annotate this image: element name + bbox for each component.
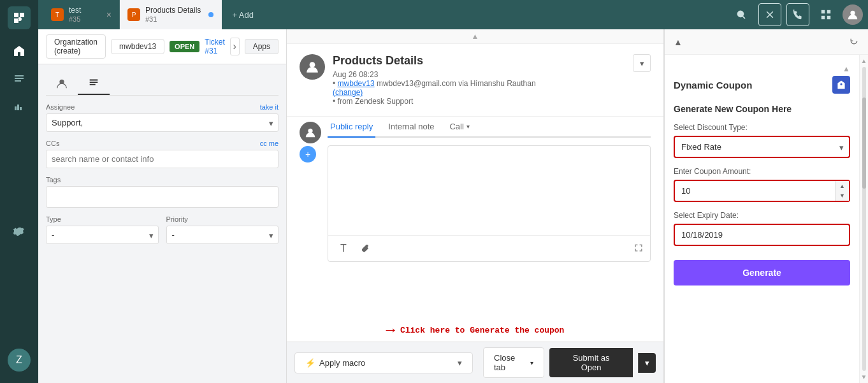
scroll-up-button[interactable]: ▲ xyxy=(861,57,867,64)
reply-editor-body[interactable] xyxy=(328,146,650,235)
scroll-track xyxy=(862,67,866,371)
ticket-from-user[interactable]: mwbdev13 xyxy=(338,79,375,88)
apps-button[interactable]: Apps xyxy=(245,39,278,54)
add-reply-button[interactable]: + xyxy=(300,146,316,163)
panel-tab-user[interactable] xyxy=(46,72,78,95)
coupon-header: Dynamic Coupon xyxy=(674,76,850,94)
tags-input[interactable] xyxy=(46,186,278,208)
right-panel-content: ▲ Dynamic Coupon Generate New Coupon Her… xyxy=(665,55,868,383)
spinner-down-button[interactable]: ▼ xyxy=(835,191,849,201)
tab-test-close[interactable]: × xyxy=(106,10,112,20)
coupon-amount-input[interactable] xyxy=(674,180,850,202)
sidebar-item-settings[interactable] xyxy=(8,222,31,245)
coupon-title: Dynamic Coupon xyxy=(674,80,752,90)
discount-type-select[interactable]: Fixed Rate Percentage xyxy=(674,136,850,158)
spinner-up-button[interactable]: ▲ xyxy=(835,181,849,191)
type-label: Type xyxy=(46,215,159,223)
reply-editor-container: Public reply Internal note Call ▾ T xyxy=(328,117,651,262)
left-sidebar: Z xyxy=(0,0,38,383)
sidebar-item-tickets[interactable] xyxy=(8,68,31,90)
grid-icon[interactable] xyxy=(814,3,837,26)
breadcrumb-org[interactable]: Organization (create) xyxy=(46,34,106,59)
reply-tab-public[interactable]: Public reply xyxy=(328,117,375,138)
tab-products-details[interactable]: P Products Details #31 xyxy=(120,0,222,29)
tab-test-icon: T xyxy=(51,8,64,21)
discount-type-field: Select Discount Type: Fixed Rate Percent… xyxy=(674,123,850,158)
tab-test-subtitle: #35 xyxy=(69,15,81,24)
callout-area: → Click here to Generate the coupon xyxy=(287,309,663,342)
panel-refresh-icon[interactable] xyxy=(849,36,859,48)
zendesk-logo[interactable]: Z xyxy=(8,349,31,372)
take-it-link[interactable]: take it xyxy=(260,103,278,111)
submit-dropdown-button[interactable]: ▾ xyxy=(638,353,656,373)
panel-tab-ticket[interactable] xyxy=(78,72,110,95)
panel-collapse-icon[interactable]: ▲ xyxy=(674,37,683,47)
expand-editor-icon[interactable] xyxy=(633,243,644,255)
phone-icon[interactable] xyxy=(786,3,809,26)
scroll-down-button[interactable]: ▼ xyxy=(861,373,867,380)
reply-tab-call[interactable]: Call ▾ xyxy=(447,117,472,138)
ticket-content: ▲ Products Details Aug 26 08:23 • mwbdev… xyxy=(287,29,664,383)
close-tab-button[interactable]: Close tab ▾ xyxy=(483,347,544,378)
text-format-icon[interactable]: T xyxy=(335,240,352,257)
svg-point-5 xyxy=(850,11,855,15)
right-panel: ▲ ▲ Dynamic Coupon xyxy=(664,29,868,383)
user-avatar[interactable] xyxy=(843,4,863,25)
type-field-group: Type - xyxy=(46,215,159,244)
right-scrollbar[interactable]: ▲ ▼ xyxy=(859,55,868,383)
left-panel: Organization (create) mwbdev13 OPEN Tick… xyxy=(38,29,287,383)
message-header: Products Details Aug 26 08:23 • mwbdev13… xyxy=(300,54,651,106)
tab-products-icon: P xyxy=(127,8,140,21)
tags-label: Tags xyxy=(46,176,278,184)
expiry-date-field: Select Expiry Date: xyxy=(674,211,850,246)
breadcrumb-ticket[interactable]: Ticket #31 xyxy=(205,38,225,55)
svg-point-7 xyxy=(310,62,315,68)
assignee-select[interactable]: Support, xyxy=(46,113,278,132)
breadcrumb: Organization (create) mwbdev13 OPEN Tick… xyxy=(38,29,286,64)
ccs-input[interactable] xyxy=(46,150,278,168)
add-tab-button[interactable]: + Add xyxy=(222,10,264,20)
right-panel-body: ▲ Dynamic Coupon Generate New Coupon Her… xyxy=(665,55,859,383)
message-expand-button[interactable]: ▾ xyxy=(633,54,651,72)
svg-rect-3 xyxy=(821,16,825,19)
sidebar-item-reports[interactable] xyxy=(8,96,31,119)
sidebar-item-home[interactable] xyxy=(8,40,31,62)
ticket-title: Products Details xyxy=(333,54,625,68)
cc-me-link[interactable]: cc me xyxy=(260,140,278,147)
logo[interactable] xyxy=(8,6,31,29)
arrow-right-icon: → xyxy=(386,322,395,339)
right-scroll-top: ▲ xyxy=(674,64,850,73)
svg-point-8 xyxy=(308,129,312,133)
panel-tabs xyxy=(46,72,278,96)
expiry-date-input[interactable] xyxy=(674,224,850,246)
search-icon[interactable] xyxy=(730,3,753,26)
assignee-label: Assignee take it xyxy=(46,103,278,111)
right-panel-header: ▲ xyxy=(665,29,868,55)
tags-field-group: Tags xyxy=(46,176,278,208)
generate-button[interactable]: Generate xyxy=(674,260,850,285)
scroll-thumb[interactable] xyxy=(862,98,866,189)
tab-products-label: Products Details xyxy=(145,6,201,15)
number-spinners: ▲ ▼ xyxy=(835,181,849,201)
ticket-change-link[interactable]: (change) xyxy=(333,88,363,97)
close-window-icon[interactable] xyxy=(758,3,781,26)
submit-button[interactable]: Submit as Open xyxy=(549,348,633,377)
tabs-bar: T test #35 × P Products Details #31 + Ad… xyxy=(38,0,868,29)
tabs-right xyxy=(730,3,863,26)
discount-type-label: Select Discount Type: xyxy=(674,123,850,132)
breadcrumb-user[interactable]: mwbdev13 xyxy=(111,39,164,54)
coupon-amount-field: Enter Coupon Amount: ▲ ▼ xyxy=(674,167,850,202)
callout-text: → Click here to Generate the coupon xyxy=(300,322,651,339)
section-title: Generate New Coupon Here xyxy=(674,104,850,114)
attachment-icon[interactable] xyxy=(358,240,375,257)
tab-test[interactable]: T test #35 × xyxy=(43,0,120,29)
type-select[interactable]: - xyxy=(46,226,159,244)
discount-type-select-wrapper: Fixed Rate Percentage xyxy=(674,136,850,158)
apply-macro-button[interactable]: ⚡ Apply macro ▾ xyxy=(294,352,473,373)
priority-select[interactable]: - xyxy=(166,226,279,244)
reply-tab-internal[interactable]: Internal note xyxy=(386,117,437,138)
ticket-date: Aug 26 08:23 xyxy=(333,70,625,79)
breadcrumb-more-icon[interactable]: › xyxy=(230,38,240,55)
reply-area: + Public reply Internal note Call ▾ xyxy=(287,117,663,309)
svg-rect-4 xyxy=(827,16,830,19)
